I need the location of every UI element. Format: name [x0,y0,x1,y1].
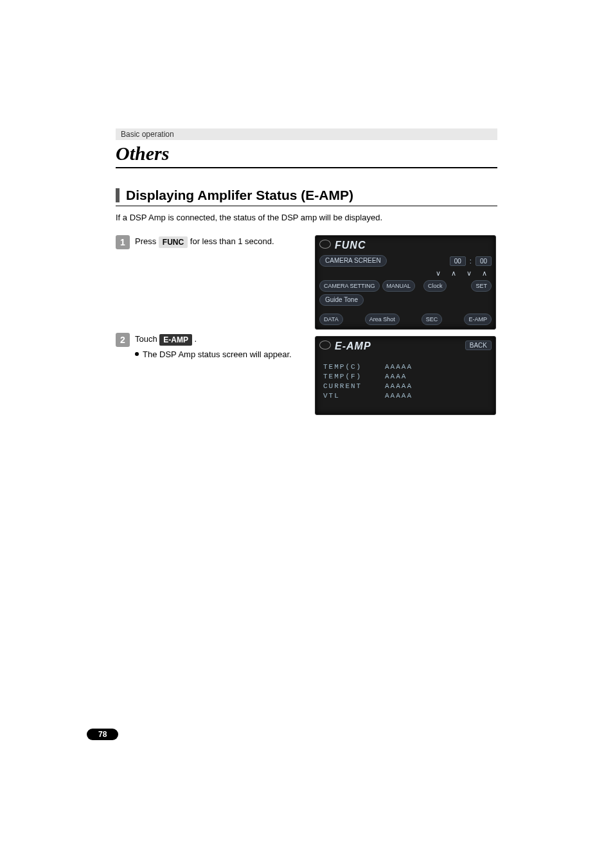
intro-text: If a DSP Amp is connected, the status of… [116,213,497,222]
camera-screen-button[interactable]: CAMERA SCREEN [319,255,387,267]
sec-button[interactable]: SEC [422,314,443,325]
status-row-tempc: TEMP(C) AAAAA [323,363,488,371]
set-button[interactable]: SET [471,280,492,292]
step1-pre: Press [135,236,159,246]
func-screen: FUNC CAMERA SCREEN 00 : 00 ∨ ∧ ∨ ∧ [315,235,496,330]
eye-icon [319,341,331,350]
step-badge-2: 2 [116,333,130,347]
eamp-screen-title: E-AMP [335,341,371,351]
step-2: 2 Touch E-AMP . The DSP Amp status scree… [116,333,296,360]
step2-pre: Touch [135,334,159,344]
status-row-tempf: TEMP(F) AAAA [323,373,488,380]
step-badge-1: 1 [116,235,130,249]
breadcrumb: Basic operation [116,128,497,140]
bullet-icon [135,352,139,356]
back-button[interactable]: BACK [465,341,492,350]
step2-bullet-text: The DSP Amp status screen will appear. [143,348,292,361]
chevron-up-icon[interactable]: ∧ [449,269,458,278]
clock-minute: 00 [475,256,492,266]
e-amp-button[interactable]: E-AMP [464,314,492,325]
page-number: 78 [87,729,118,740]
status-label: VTL [323,392,375,400]
data-button[interactable]: DATA [319,314,343,325]
clock-hour: 00 [450,256,466,266]
eye-icon [319,240,331,249]
step2-post: . [195,334,197,344]
status-row-current: CURRENT AAAAA [323,382,488,390]
section-accent-bar [116,188,120,202]
status-value: AAAA [385,373,407,380]
chevron-down-icon[interactable]: ∨ [465,269,474,278]
camera-setting-button[interactable]: CAMERA SETTING [319,280,380,292]
area-shot-button[interactable]: Area Shot [365,314,400,325]
chevron-up-icon[interactable]: ∧ [480,269,489,278]
page-title: Others [116,143,497,166]
status-label: CURRENT [323,382,375,390]
status-value: AAAAA [385,382,413,390]
func-screen-title: FUNC [335,240,366,251]
status-value: AAAAA [385,363,413,371]
section-heading: Displaying Amplifer Status (E-AMP) [126,188,353,203]
status-label: TEMP(F) [323,373,375,380]
manual-button[interactable]: MANUAL [382,280,416,292]
step1-post: for less than 1 second. [190,236,274,246]
title-underline [116,167,497,168]
guide-tone-button[interactable]: Guide Tone [319,294,364,306]
chevron-down-icon[interactable]: ∨ [434,269,443,278]
func-key: FUNC [159,236,188,248]
clock-label: Clock [423,280,447,292]
status-value: AAAAA [385,392,413,400]
section-underline [116,206,497,206]
eamp-screen: E-AMP BACK TEMP(C) AAAAA TEMP(F) AAAA CU… [315,336,496,415]
eamp-key: E-AMP [159,334,192,346]
clock-sep: : [470,257,472,265]
step-1: 1 Press FUNC for less than 1 second. [116,235,296,249]
status-row-vtl: VTL AAAAA [323,392,488,400]
status-label: TEMP(C) [323,363,375,371]
